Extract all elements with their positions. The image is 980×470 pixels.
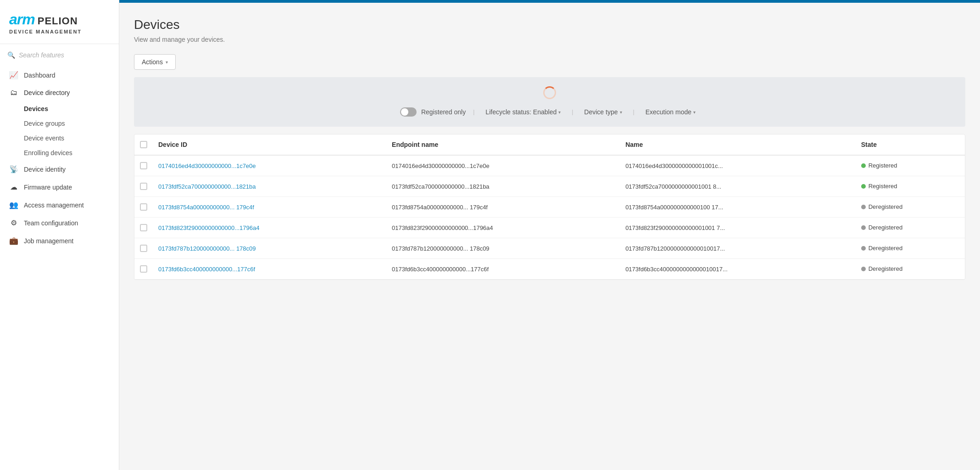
col-header-state[interactable]: State — [856, 134, 965, 155]
device-directory-submenu: Devices Device groups Device events Enro… — [0, 101, 119, 160]
device-id-link-5[interactable]: 0173fd6b3cc400000000000...177c6f — [158, 266, 255, 273]
sidebar-item-job-management[interactable]: 💼 Job management — [0, 232, 119, 250]
logo-subtitle: DEVICE MANAGEMENT — [9, 29, 110, 34]
row-endpoint-0: 0174016ed4d30000000000...1c7e0e — [386, 155, 620, 176]
actions-chevron-icon: ▾ — [166, 60, 168, 65]
sidebar-item-team-configuration[interactable]: ⚙ Team configuration — [0, 214, 119, 232]
row-name-0: 0174016ed4d3000000000001001c... — [620, 155, 856, 176]
row-checkbox-cell-4 — [134, 238, 153, 259]
row-device-id-4[interactable]: 0173fd787b120000000000... 178c09 — [153, 238, 386, 259]
row-checkbox-cell-5 — [134, 259, 153, 280]
lifecycle-status-filter[interactable]: Lifecycle status: Enabled ▾ — [482, 106, 564, 118]
registered-only-label: Registered only — [421, 108, 466, 116]
access-management-icon: 👥 — [9, 201, 18, 209]
sidebar-item-label: Access management — [24, 201, 84, 209]
table-row: 0173fdf52ca700000000000...1821ba 0173fdf… — [134, 176, 965, 197]
execution-mode-filter[interactable]: Execution mode ▾ — [642, 106, 699, 118]
actions-label: Actions — [142, 58, 163, 66]
sidebar-item-device-directory[interactable]: 🗂 Device directory — [0, 84, 119, 101]
team-configuration-icon: ⚙ — [9, 218, 18, 227]
filter-controls: Registered only | Lifecycle status: Enab… — [400, 106, 699, 118]
row-name-5: 0173fd6b3cc4000000000000010017... — [620, 259, 856, 280]
table-row: 0174016ed4d30000000000...1c7e0e 0174016e… — [134, 155, 965, 176]
search-area[interactable]: 🔍 Search features — [0, 44, 119, 62]
row-name-3: 0173fd823f290000000000001001 7... — [620, 218, 856, 238]
device-id-link-2[interactable]: 0173fd8754a00000000000... 179c4f — [158, 204, 254, 211]
table-row: 0173fd823f29000000000000...1796a4 0173fd… — [134, 218, 965, 238]
main-content-area: Devices View and manage your devices. Ac… — [119, 0, 980, 470]
job-management-icon: 💼 — [9, 236, 18, 245]
sidebar-item-device-events[interactable]: Device events — [24, 131, 119, 145]
device-id-link-1[interactable]: 0173fdf52ca700000000000...1821ba — [158, 183, 256, 190]
device-type-filter[interactable]: Device type ▾ — [580, 106, 625, 118]
row-endpoint-3: 0173fd823f29000000000000...1796a4 — [386, 218, 620, 238]
row-state-1: Registered — [856, 176, 965, 197]
device-id-link-0[interactable]: 0174016ed4d30000000000...1c7e0e — [158, 162, 256, 169]
select-all-header — [134, 134, 153, 155]
sidebar-item-label: Firmware update — [24, 184, 72, 191]
row-endpoint-4: 0173fd787b120000000000... 178c09 — [386, 238, 620, 259]
sidebar-item-label: Device identity — [24, 166, 66, 173]
row-checkbox-1[interactable] — [140, 183, 147, 190]
table-header-row: Device ID Endpoint name Name State — [134, 134, 965, 155]
sidebar-item-devices[interactable]: Devices — [24, 101, 119, 116]
row-endpoint-5: 0173fd6b3cc400000000000...177c6f — [386, 259, 620, 280]
registered-only-toggle[interactable] — [400, 107, 417, 117]
main-content: Devices View and manage your devices. Ac… — [119, 3, 980, 470]
select-all-checkbox[interactable] — [140, 141, 147, 148]
col-header-name[interactable]: Name — [620, 134, 856, 155]
sidebar-item-label: Device directory — [24, 89, 70, 96]
filter-bar: Registered only | Lifecycle status: Enab… — [134, 77, 965, 127]
row-name-2: 0173fd8754a000000000000100 17... — [620, 197, 856, 218]
firmware-update-icon: ☁ — [9, 183, 18, 191]
row-checkbox-4[interactable] — [140, 245, 147, 252]
row-endpoint-2: 0173fd8754a00000000000... 179c4f — [386, 197, 620, 218]
logo-area: arm PELION DEVICE MANAGEMENT — [0, 0, 119, 44]
state-dot-1 — [861, 184, 866, 189]
sidebar-item-access-management[interactable]: 👥 Access management — [0, 196, 119, 214]
table-row: 0173fd6b3cc400000000000...177c6f 0173fd6… — [134, 259, 965, 280]
device-id-link-3[interactable]: 0173fd823f29000000000000...1796a4 — [158, 224, 260, 231]
row-state-3: Deregistered — [856, 218, 965, 238]
row-checkbox-cell-1 — [134, 176, 153, 197]
row-device-id-3[interactable]: 0173fd823f29000000000000...1796a4 — [153, 218, 386, 238]
sidebar-item-device-groups[interactable]: Device groups — [24, 116, 119, 131]
row-device-id-5[interactable]: 0173fd6b3cc400000000000...177c6f — [153, 259, 386, 280]
dashboard-icon: 📈 — [9, 71, 18, 79]
col-header-device-id[interactable]: Device ID — [153, 134, 386, 155]
row-checkbox-5[interactable] — [140, 265, 147, 273]
registered-only-toggle-wrap[interactable]: Registered only — [400, 107, 466, 117]
row-state-5: Deregistered — [856, 259, 965, 280]
sidebar: arm PELION DEVICE MANAGEMENT 🔍 Search fe… — [0, 0, 119, 470]
state-label-1: Registered — [869, 183, 897, 190]
device-type-label: Device type — [584, 108, 618, 116]
logo-pelion: PELION — [38, 15, 78, 27]
actions-button[interactable]: Actions ▾ — [134, 54, 176, 70]
state-label-3: Deregistered — [869, 224, 902, 231]
row-checkbox-2[interactable] — [140, 203, 147, 211]
state-dot-2 — [861, 205, 866, 209]
sidebar-nav: 📈 Dashboard 🗂 Device directory Devices D… — [0, 62, 119, 253]
col-header-endpoint-name[interactable]: Endpoint name — [386, 134, 620, 155]
state-dot-4 — [861, 246, 866, 251]
table-row: 0173fd787b120000000000... 178c09 0173fd7… — [134, 238, 965, 259]
row-device-id-1[interactable]: 0173fdf52ca700000000000...1821ba — [153, 176, 386, 197]
state-dot-0 — [861, 163, 866, 168]
sidebar-item-label: Dashboard — [24, 72, 56, 79]
sidebar-item-dashboard[interactable]: 📈 Dashboard — [0, 66, 119, 84]
state-label-5: Deregistered — [869, 265, 902, 272]
row-checkbox-3[interactable] — [140, 224, 147, 231]
device-id-link-4[interactable]: 0173fd787b120000000000... 178c09 — [158, 245, 256, 252]
state-dot-3 — [861, 225, 866, 230]
row-endpoint-1: 0173fdf52ca700000000000...1821ba — [386, 176, 620, 197]
state-label-4: Deregistered — [869, 245, 902, 252]
sidebar-item-label: Team configuration — [24, 219, 78, 227]
row-device-id-0[interactable]: 0174016ed4d30000000000...1c7e0e — [153, 155, 386, 176]
row-state-2: Deregistered — [856, 197, 965, 218]
sidebar-item-firmware-update[interactable]: ☁ Firmware update — [0, 178, 119, 196]
sidebar-item-enrolling-devices[interactable]: Enrolling devices — [24, 145, 119, 160]
row-checkbox-0[interactable] — [140, 162, 147, 169]
sidebar-item-device-identity[interactable]: 📡 Device identity — [0, 160, 119, 178]
page-title: Devices — [134, 17, 965, 32]
row-device-id-2[interactable]: 0173fd8754a00000000000... 179c4f — [153, 197, 386, 218]
